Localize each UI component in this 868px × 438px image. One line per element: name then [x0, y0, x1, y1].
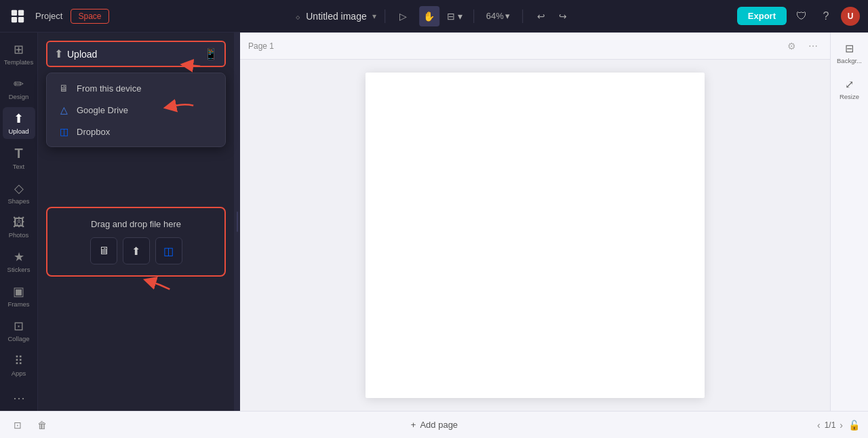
topbar-right: Export 🛡 ? U [737, 7, 860, 26]
divider3 [522, 9, 523, 23]
lock-button[interactable]: 🔓 [848, 420, 860, 431]
device-icon: 🖥 [58, 83, 70, 94]
zoom-control[interactable]: 64% ▾ [482, 8, 514, 24]
text-icon: T [14, 146, 22, 161]
upload-panel: ⬆ Upload 📱 🖥 From this device △ Google D… [38, 33, 235, 411]
panel-resize-handle[interactable] [235, 33, 240, 411]
canvas-settings-button[interactable]: ⚙ [783, 37, 800, 55]
space-button[interactable]: Space [71, 9, 108, 24]
sidebar-item-design[interactable]: ✏ Design [3, 73, 35, 104]
page-nav: ‹ 1/1 › [817, 420, 843, 431]
zoom-chevron-icon: ▾ [505, 11, 510, 21]
templates-icon: ⊞ [14, 42, 24, 57]
pointer-tool-button[interactable]: ▷ [393, 6, 414, 26]
dd-screen-icon: 🖥 [98, 245, 109, 257]
hand-tool-button[interactable]: ✋ [419, 6, 439, 26]
undo-button[interactable]: ↩ [531, 6, 551, 26]
icon-sidebar: ⊞ Templates ✏ Design ⬆ Upload T Text ◇ S… [0, 33, 38, 411]
upload-header-row: ⬆ Upload 📱 [46, 41, 226, 67]
shapes-icon: ◇ [14, 181, 24, 196]
white-canvas [366, 73, 705, 398]
sidebar-item-text-label: Text [13, 163, 24, 170]
undo-redo-group: ↩ ↪ [531, 6, 573, 26]
page-label: Page 1 [248, 41, 274, 51]
topbar: Project Space ⬦ Untitled image ▾ ▷ ✋ ⊟ ▾… [0, 0, 868, 33]
topbar-center: ⬦ Untitled image ▾ ▷ ✋ ⊟ ▾ 64% ▾ ↩ ↪ [295, 6, 573, 26]
upload-cloud-icon: ⬆ [54, 47, 63, 60]
sidebar-item-shapes[interactable]: ◇ Shapes [3, 177, 35, 209]
page-indicator: 1/1 [825, 420, 836, 430]
canvas-area: Page 1 ⚙ ⋯ [240, 33, 830, 411]
sidebar-item-photos[interactable]: 🖼 Photos [3, 212, 35, 243]
sidebar-item-upload[interactable]: ⬆ Upload [3, 107, 35, 139]
svg-rect-0 [12, 9, 17, 15]
sidebar-item-frames[interactable]: ▣ Frames [3, 280, 35, 312]
stickers-icon: ★ [14, 250, 24, 264]
sidebar-item-shapes-label: Shapes [7, 197, 29, 205]
add-page-button[interactable]: + Add page [406, 417, 463, 433]
sidebar-item-apps[interactable]: ⠿ Apps [3, 349, 35, 381]
sidebar-item-templates-label: Templates [4, 58, 33, 66]
background-label: Backgr... [837, 57, 862, 64]
apps-icon: ⠿ [14, 353, 23, 368]
drag-drop-area[interactable]: Drag and drop file here 🖥 ⬆ ◫ [46, 207, 226, 277]
dropdown-gdrive-label: Google Drive [77, 105, 128, 115]
canvas-toolbar: Page 1 ⚙ ⋯ [240, 33, 830, 60]
sidebar-item-upload-label: Upload [8, 127, 28, 135]
drag-drop-label: Drag and drop file here [91, 219, 181, 229]
bottom-center: + Add page [57, 417, 812, 433]
sidebar-item-templates[interactable]: ⊞ Templates [3, 38, 35, 70]
doc-chevron-icon[interactable]: ▾ [372, 12, 376, 21]
dd-screen-button[interactable]: 🖥 [90, 237, 117, 264]
bottom-bar: ⊡ 🗑 + Add page ‹ 1/1 › 🔓 [0, 411, 868, 438]
prev-page-button[interactable]: ‹ [817, 420, 821, 431]
resize-indicator [237, 212, 238, 232]
phone-icon[interactable]: 📱 [204, 47, 218, 60]
svg-rect-1 [18, 9, 24, 15]
sidebar-item-frames-label: Frames [7, 300, 29, 308]
upload-dropdown-menu: 🖥 From this device △ Google Drive ◫ Drop… [46, 73, 226, 147]
background-button[interactable]: ⊟ Backgr... [835, 38, 865, 68]
svg-rect-2 [12, 16, 17, 22]
next-page-button[interactable]: › [840, 420, 843, 431]
divider [384, 9, 385, 23]
right-panel: ⊟ Backgr... ⤢ Resize [830, 33, 868, 411]
main-area: ⊞ Templates ✏ Design ⬆ Upload T Text ◇ S… [0, 33, 868, 411]
dd-dropbox-button[interactable]: ◫ [155, 237, 182, 264]
sidebar-item-collage[interactable]: ⊡ Collage [3, 315, 35, 346]
layout-button[interactable]: ⊟ ▾ [445, 6, 465, 26]
logo-icon[interactable] [8, 7, 27, 26]
help-icon-button[interactable]: ? [816, 7, 835, 26]
redo-button[interactable]: ↪ [553, 6, 573, 26]
sidebar-item-stickers-label: Stickers [7, 266, 31, 273]
resize-button[interactable]: ⤢ Resize [835, 74, 865, 104]
add-page-icon: + [411, 420, 416, 430]
canvas-more-button[interactable]: ⋯ [804, 37, 822, 55]
dropdown-item-device[interactable]: 🖥 From this device [47, 77, 225, 99]
doc-icon: ⬦ [295, 11, 300, 22]
design-icon: ✏ [14, 77, 24, 92]
upload-icon: ⬆ [14, 111, 24, 126]
sidebar-item-text[interactable]: T Text [3, 142, 35, 174]
sidebar-item-photos-label: Photos [9, 231, 29, 239]
sidebar-item-stickers[interactable]: ★ Stickers [3, 245, 35, 277]
more-icon: ⋯ [13, 391, 25, 405]
delete-page-button[interactable]: 🗑 [33, 416, 52, 435]
canvas-content [240, 60, 830, 411]
sidebar-item-more[interactable]: ⋯ [3, 386, 35, 410]
duplicate-page-button[interactable]: ⊡ [8, 416, 27, 435]
dd-upload-button[interactable]: ⬆ [123, 237, 150, 264]
resize-label: Resize [840, 93, 859, 100]
project-name: Project [35, 11, 62, 21]
divider2 [473, 9, 474, 23]
dropdown-item-dropbox[interactable]: ◫ Dropbox [47, 121, 225, 142]
doc-title: Untitled image [306, 11, 367, 22]
shield-icon-button[interactable]: 🛡 [792, 7, 811, 26]
topbar-left: Project Space [8, 7, 109, 26]
gdrive-icon: △ [58, 104, 70, 115]
avatar[interactable]: U [841, 7, 860, 26]
export-button[interactable]: Export [737, 7, 787, 25]
sidebar-item-apps-label: Apps [12, 370, 26, 377]
sidebar-item-collage-label: Collage [7, 335, 29, 342]
dropdown-item-gdrive[interactable]: △ Google Drive [47, 99, 225, 121]
